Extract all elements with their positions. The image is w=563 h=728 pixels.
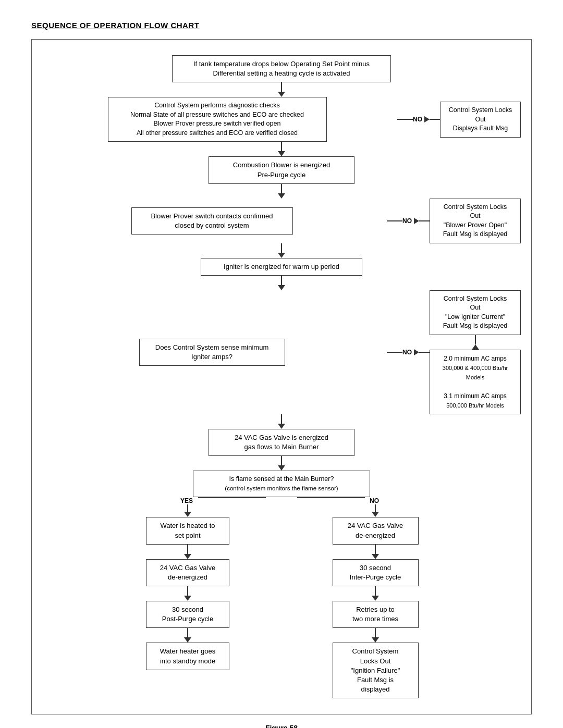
diagram-border: If tank temperature drops below Operatin… (31, 39, 532, 714)
sense-box: Does Control System sense minimumIgniter… (139, 339, 285, 366)
prover-box: Blower Prover switch contacts confirmedc… (131, 207, 293, 235)
inter-purge-box: 30 secondInter-Purge cycle (333, 559, 419, 586)
prover-no-box: Control System Locks Out"Blower Prover O… (430, 199, 521, 243)
water-heated-box: Water is heated toset point (146, 517, 229, 544)
page: SEQUENCE OF OPERATION FLOW CHART If tank… (0, 0, 563, 728)
ac-amps-box: 2.0 minimum AC amps300,000 & 400,000 Btu… (430, 350, 521, 414)
gas-valve-box: 24 VAC Gas Valve is energizedgas flows t… (209, 429, 354, 456)
prover-no-label: NO (402, 217, 412, 225)
sense-no-box: Control System Locks Out"Low Igniter Cur… (430, 290, 521, 335)
standby-box: Water heater goesinto standby mode (146, 643, 229, 670)
igniter-box: Igniter is energized for warm up period (201, 258, 362, 276)
diag-no-label: NO (413, 116, 422, 123)
gas-deenergized-no-box: 24 VAC Gas Valvede-energized (333, 517, 419, 544)
start-box: If tank temperature drops below Operatin… (172, 55, 391, 82)
retries-box: Retries up totwo more times (333, 601, 419, 628)
ignition-fail-box: Control SystemLocks Out"Ignition Failure… (333, 643, 419, 698)
sense-no-label: NO (402, 349, 412, 356)
no-label: NO (370, 497, 379, 504)
yes-label: YES (180, 497, 193, 504)
diag-no-box: Control System Locks OutDisplays Fault M… (440, 102, 521, 138)
page-title: SEQUENCE OF OPERATION FLOW CHART (31, 21, 199, 30)
diagnostic-box: Control System performs diagnostic check… (108, 97, 327, 142)
gas-deenergized-yes-box: 24 VAC Gas Valvede-energized (146, 559, 229, 586)
flame-box: Is flame sensed at the Main Burner?(cont… (193, 471, 370, 497)
blower-box: Combustion Blower is energizedPre-Purge … (209, 156, 354, 183)
post-purge-box: 30 secondPost-Purge cycle (146, 601, 229, 628)
main-flow: If tank temperature drops below Operatin… (42, 55, 521, 698)
figure-caption: Figure 58 (31, 724, 532, 728)
